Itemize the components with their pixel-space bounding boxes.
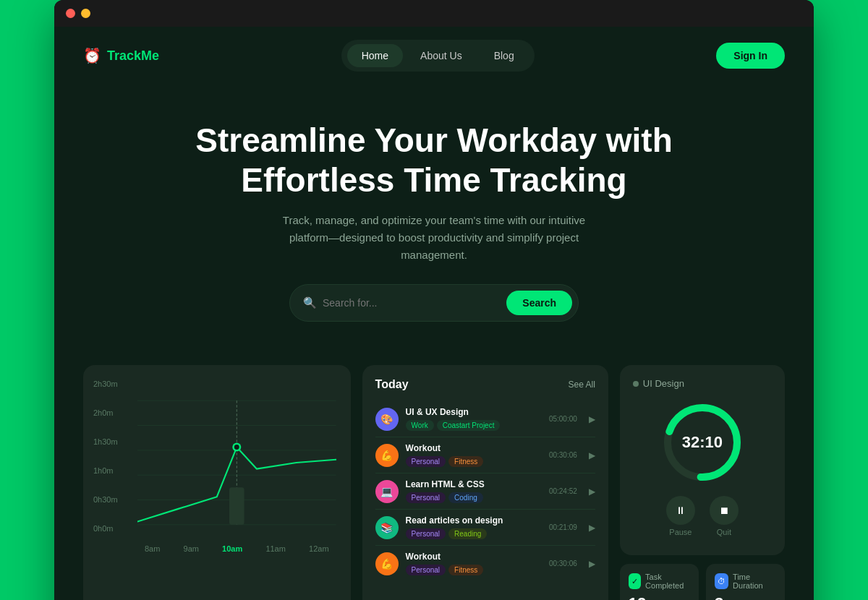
y-label: 2h30m: [93, 380, 118, 388]
dot-green[interactable]: [96, 9, 106, 18]
task-count: 12: [629, 594, 646, 600]
pause-ctrl: ⏸ Pause: [666, 496, 695, 536]
task-info: Read articles on design Personal Reading: [406, 515, 542, 539]
chart-x-labels: 8am 9am 10am 11am 12am: [137, 544, 336, 553]
task-info: UI & UX Design Work Coastart Project: [406, 407, 542, 431]
task-tags: Personal Fitness: [406, 456, 542, 467]
search-input[interactable]: [323, 297, 506, 309]
logo[interactable]: ⏰ TrackMe: [83, 47, 159, 64]
duration-value: 3: [715, 594, 723, 600]
task-item: 💪 Workout Personal Fitness 00:30:06 ▶: [375, 546, 595, 581]
pause-label: Pause: [669, 528, 692, 536]
task-tags: Work Coastart Project: [406, 420, 542, 431]
timer-title: UI Design: [643, 378, 684, 389]
tag: Personal: [406, 528, 446, 539]
y-label: 1h30m: [93, 437, 118, 446]
task-info: Learn HTML & CSS Personal Coding: [406, 479, 542, 503]
task-icon: 💪: [375, 444, 399, 467]
task-complete-icon: ✓: [629, 573, 641, 589]
task-time: 00:24:52: [549, 487, 577, 495]
stat-header: ⏱ Time Duration: [715, 573, 776, 590]
time-duration-icon: ⏱: [715, 573, 728, 589]
search-button[interactable]: Search: [506, 291, 572, 315]
today-header: Today See All: [375, 378, 595, 391]
svg-rect-7: [229, 488, 244, 525]
quit-button[interactable]: ⏹: [710, 496, 739, 525]
hero-section: Streamline Your Workday with Effortless …: [54, 85, 814, 351]
task-tags: Personal Coding: [406, 492, 542, 503]
stat-title: Time Duration: [733, 573, 776, 590]
task-time: 05:00:00: [549, 415, 577, 423]
chart-area: 8am 9am 10am 11am 12am: [137, 387, 336, 553]
chart-svg: [137, 387, 336, 539]
stat-card-tasks: ✓ Task Completed 12: [620, 564, 699, 600]
dot-yellow[interactable]: [81, 9, 90, 18]
chart-y-labels: 2h30m 2h0m 1h30m 1h0m 0h30m 0h0m: [93, 380, 118, 533]
stat-card-duration: ⏱ Time Duration 3 h 46m: [706, 564, 785, 600]
logo-text: TrackMe: [107, 48, 159, 64]
y-label: 2h0m: [93, 408, 118, 417]
stat-header: ✓ Task Completed: [629, 573, 690, 590]
task-icon: 💻: [375, 480, 399, 503]
play-button[interactable]: ▶: [589, 414, 595, 424]
task-icon: 📚: [375, 516, 399, 539]
task-item: 🎨 UI & UX Design Work Coastart Project 0…: [375, 401, 595, 437]
task-tags: Personal Fitness: [406, 565, 542, 575]
donut-wrap: 32:10: [633, 399, 772, 486]
stat-value: 12: [629, 594, 690, 600]
play-button[interactable]: ▶: [589, 450, 595, 460]
x-label: 8am: [145, 544, 160, 553]
play-button[interactable]: ▶: [589, 559, 595, 569]
stat-value: 3 h 46m: [715, 594, 776, 600]
hero-heading: Streamline Your Workday with Effortless …: [83, 121, 785, 200]
tag: Fitness: [448, 565, 483, 575]
y-label: 0h30m: [93, 495, 118, 504]
search-bar: 🔍 Search: [289, 284, 579, 322]
dot-red[interactable]: [66, 9, 75, 18]
y-label: 0h0m: [93, 524, 118, 533]
task-icon: 💪: [375, 552, 399, 575]
svg-point-9: [234, 445, 239, 450]
timer-status-dot: [633, 381, 639, 387]
task-item: 💻 Learn HTML & CSS Personal Coding 00:24…: [375, 473, 595, 510]
task-icon: 🎨: [375, 408, 399, 431]
play-button[interactable]: ▶: [589, 487, 595, 497]
x-label: 11am: [265, 544, 286, 553]
see-all-link[interactable]: See All: [568, 380, 595, 390]
tag: Personal: [406, 492, 446, 503]
task-item: 📚 Read articles on design Personal Readi…: [375, 510, 595, 546]
nav-links: Home About Us Blog: [341, 40, 535, 72]
task-time: 00:21:09: [549, 523, 577, 531]
task-name: Learn HTML & CSS: [406, 479, 542, 489]
browser-window: ⏰ TrackMe Home About Us Blog Sign In Str…: [54, 0, 814, 600]
nav-blog[interactable]: Blog: [480, 44, 529, 67]
navbar: ⏰ TrackMe Home About Us Blog Sign In: [54, 27, 814, 85]
tag: Work: [406, 420, 434, 431]
task-name: Read articles on design: [406, 515, 542, 526]
quit-label: Quit: [717, 528, 731, 536]
today-title: Today: [375, 378, 409, 391]
nav-about[interactable]: About Us: [406, 44, 477, 67]
x-label-active: 10am: [222, 544, 242, 553]
play-button[interactable]: ▶: [589, 523, 595, 533]
signin-button[interactable]: Sign In: [716, 43, 785, 69]
hero-subtext: Track, manage, and optimize your team's …: [282, 212, 586, 264]
cards-section: 2h30m 2h0m 1h30m 1h0m 0h30m 0h0m: [54, 351, 814, 600]
tag: Reading: [448, 528, 487, 539]
tag: Personal: [406, 456, 446, 467]
page-content: ⏰ TrackMe Home About Us Blog Sign In Str…: [54, 27, 814, 600]
stat-title: Task Completed: [645, 573, 690, 590]
task-info: Workout Personal Fitness: [406, 552, 542, 575]
stats-row: ✓ Task Completed 12 ⏱ Time Duration: [620, 564, 785, 600]
chart-card: 2h30m 2h0m 1h30m 1h0m 0h30m 0h0m: [83, 365, 351, 600]
pause-button[interactable]: ⏸: [666, 496, 695, 525]
task-tags: Personal Reading: [406, 528, 542, 539]
y-label: 1h0m: [93, 466, 118, 475]
task-name: UI & UX Design: [406, 407, 542, 417]
nav-home[interactable]: Home: [347, 44, 403, 67]
task-name: Workout: [406, 443, 542, 453]
x-label: 12am: [309, 544, 329, 553]
timer-display: 32:10: [682, 433, 723, 452]
browser-chrome: [54, 0, 814, 27]
task-item: 💪 Workout Personal Fitness 00:30:06 ▶: [375, 437, 595, 473]
